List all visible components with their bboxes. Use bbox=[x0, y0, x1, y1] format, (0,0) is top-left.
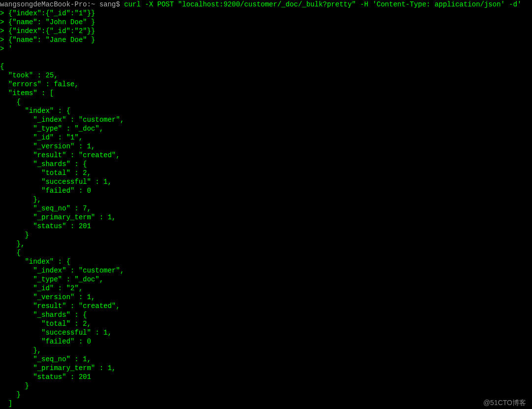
shell-command: curl -X POST "localhost:9200/customer/_d… bbox=[124, 0, 522, 8]
command-continuation-block: > {"index":{"_id":"1"}} > {"name": "John… bbox=[0, 9, 95, 53]
watermark-text: @51CTO博客 bbox=[483, 398, 526, 407]
terminal-window[interactable]: wangsongdeMacBook-Pro:~ sang$ curl -X PO… bbox=[0, 0, 532, 409]
response-output: { "took" : 25, "errors" : false, "items"… bbox=[0, 63, 124, 409]
shell-prompt: wangsongdeMacBook-Pro:~ sang$ bbox=[0, 0, 124, 8]
